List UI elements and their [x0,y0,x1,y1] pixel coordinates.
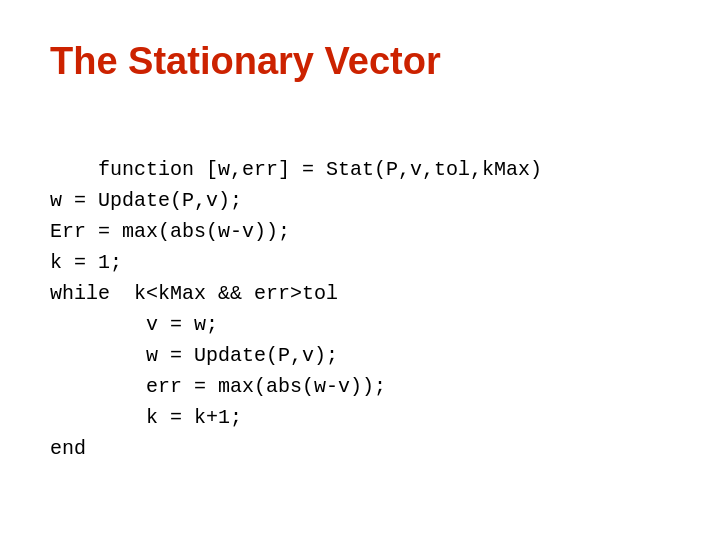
slide-title: The Stationary Vector [50,40,670,83]
code-block: function [w,err] = Stat(P,v,tol,kMax) w … [50,123,670,495]
code-line-5: while k<kMax && err>tol [50,282,338,305]
code-line-1: function [w,err] = Stat(P,v,tol,kMax) [98,158,542,181]
code-line-7: w = Update(P,v); [50,344,338,367]
code-line-3: Err = max(abs(w-v)); [50,220,290,243]
code-line-10: end [50,437,86,460]
code-line-6: v = w; [50,313,218,336]
code-line-9: k = k+1; [50,406,242,429]
code-line-2: w = Update(P,v); [50,189,242,212]
code-line-8: err = max(abs(w-v)); [50,375,386,398]
code-line-4: k = 1; [50,251,122,274]
slide: The Stationary Vector function [w,err] =… [0,0,720,540]
